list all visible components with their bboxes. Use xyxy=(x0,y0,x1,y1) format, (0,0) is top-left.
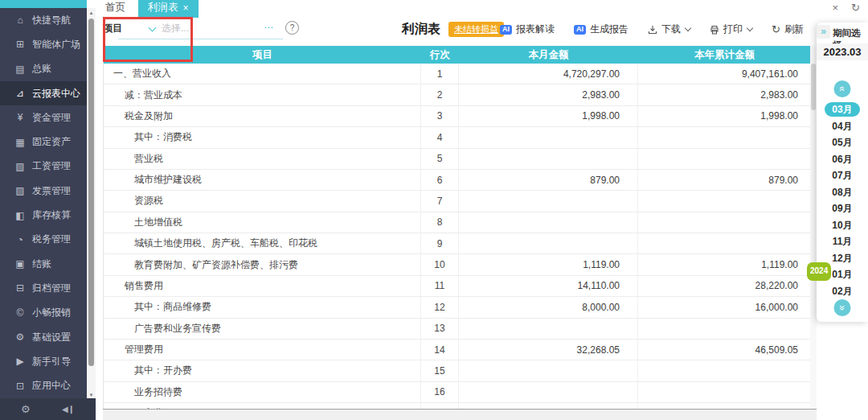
month-item-08月[interactable]: 08月 xyxy=(817,184,868,201)
cell-month-amount: 879.00 xyxy=(459,170,638,190)
cell-month-amount: 4,720,297.00 xyxy=(459,64,638,84)
month-item-01月[interactable]: 01月2024 xyxy=(817,266,868,283)
ledger-icon: ▤ xyxy=(14,64,27,75)
cell-month-amount: 1,119.00 xyxy=(459,254,638,274)
table-vertical-scrollbar[interactable] xyxy=(810,46,817,409)
print-action[interactable]: 打印 xyxy=(710,23,752,36)
status-badge[interactable]: 未结转损益 xyxy=(448,22,504,37)
guide-icon: ▶ xyxy=(14,356,27,367)
month-item-03月[interactable]: 03月 xyxy=(817,101,868,118)
sidebar-item-云报表中心[interactable]: ⊿云报表中心 xyxy=(0,81,87,105)
sidebar-item-库存核算[interactable]: ◧库存核算 xyxy=(0,203,87,227)
cell-line-no: 16 xyxy=(421,382,459,402)
sidebar-item-label: 总账 xyxy=(32,62,51,76)
cell-item-name: 研究费用 xyxy=(104,403,421,409)
tab-income-statement[interactable]: 利润表 × xyxy=(138,0,199,18)
reload-icon[interactable]: ↻ xyxy=(851,2,860,14)
collapse-panel-icon[interactable]: » xyxy=(817,25,830,39)
cell-year-amount xyxy=(638,360,811,381)
help-icon[interactable]: ? xyxy=(285,21,299,35)
sidebar-item-结账[interactable]: ▣结账 xyxy=(0,252,87,276)
sidebar-item-快捷导航[interactable]: ⌂快捷导航 xyxy=(0,8,87,32)
toolbar-actions: AI报表解读AI生成报告下载打印↻刷新 xyxy=(500,23,804,36)
table-row: 其中：商品维修费128,000.0016,000.00 xyxy=(104,297,811,318)
sidebar-item-总账[interactable]: ▤总账 xyxy=(0,57,87,81)
sidebar-item-基础设置[interactable]: ⚙基础设置 xyxy=(0,325,87,349)
month-item-11月[interactable]: 11月 xyxy=(817,233,868,250)
tab-home[interactable]: 首页 xyxy=(96,0,135,18)
double-chevron-up-icon: » xyxy=(834,86,851,92)
filter-select-placeholder[interactable]: 选择... xyxy=(162,23,189,34)
action-label: 下载 xyxy=(661,23,681,36)
refresh-action[interactable]: ↻刷新 xyxy=(772,23,804,36)
sidebar-item-税务管理[interactable]: ◔税务管理 xyxy=(0,228,87,252)
sidebar-item-小畅报销[interactable]: ©小畅报销 xyxy=(0,301,87,325)
cell-year-amount xyxy=(638,212,811,233)
sidebar-item-智能体广场[interactable]: ⊞智能体广场 xyxy=(0,32,87,56)
sidebar-item-工资管理[interactable]: ▧工资管理 xyxy=(0,154,87,179)
scrollbar-thumb[interactable] xyxy=(811,64,816,110)
cell-line-no: 6 xyxy=(421,170,459,190)
table-row: 营业税5 xyxy=(104,149,811,170)
sidebar-item-归档管理[interactable]: ⊟归档管理 xyxy=(0,276,87,300)
download-action[interactable]: 下载 xyxy=(648,23,690,36)
filter-underline xyxy=(118,39,283,39)
sidebar-scrollbar[interactable]: ▲ ▼ xyxy=(87,8,96,400)
cell-line-no: 12 xyxy=(421,297,459,317)
table-row: 业务招待费16 xyxy=(104,382,811,403)
sidebar-item-固定资产[interactable]: ▦固定资产 xyxy=(0,130,87,154)
chevron-down-icon xyxy=(747,25,753,31)
period-select-panel: » 期间选择 2023.03 » 03月04月05月06月07月08月09月10… xyxy=(817,23,868,322)
month-item-09月[interactable]: 09月 xyxy=(817,200,868,217)
selected-month-pill: 03月 xyxy=(825,102,859,117)
generate-report-action[interactable]: AI生成报告 xyxy=(574,23,628,36)
cell-year-amount: 879.00 xyxy=(638,170,811,190)
cell-year-amount xyxy=(638,382,811,402)
sidebar-item-应用中心[interactable]: ⊡应用中心 xyxy=(0,373,87,397)
settings-icon[interactable]: ⚙ xyxy=(21,403,31,415)
scroll-months-down-button[interactable]: » xyxy=(834,299,851,316)
table-body: 一、营业收入14,720,297.009,407,161.00减：营业成本22,… xyxy=(104,64,811,409)
cell-line-no: 7 xyxy=(421,191,459,211)
close-icon[interactable]: × xyxy=(183,2,189,14)
sidebar-item-新手引导[interactable]: ▶新手引导 xyxy=(0,349,87,373)
table-row: 一、营业收入14,720,297.009,407,161.00 xyxy=(104,64,811,84)
sidebar-item-label: 应用中心 xyxy=(32,379,71,393)
scrollbar-thumb[interactable] xyxy=(88,19,94,366)
cell-month-amount xyxy=(459,403,638,409)
cell-item-name: 教育费附加、矿产资源补偿费、排污费 xyxy=(104,254,421,274)
cell-year-amount: 9,407,161.00 xyxy=(638,64,811,84)
month-item-02月[interactable]: 02月 xyxy=(817,283,868,300)
cell-item-name: 减：营业成本 xyxy=(104,84,421,105)
sidebar-item-label: 工资管理 xyxy=(32,159,71,173)
col-header-month-amount: 本月金额 xyxy=(459,46,638,64)
cell-item-name: 营业税 xyxy=(104,149,421,169)
project-filter[interactable]: 项目选择... ⋯ xyxy=(103,22,289,41)
sidebar-item-label: 固定资产 xyxy=(32,135,71,149)
double-chevron-down-icon: » xyxy=(834,305,851,311)
collapse-sidebar-icon[interactable]: ◀❙ xyxy=(62,405,75,414)
month-item-06月[interactable]: 06月 xyxy=(817,151,868,168)
window-controls: × ↻ xyxy=(833,2,861,14)
table-horizontal-scrollbar[interactable] xyxy=(103,409,817,420)
scroll-months-up-button[interactable]: » xyxy=(834,80,851,97)
scroll-up-icon[interactable]: ▲ xyxy=(87,8,96,18)
table-row: 广告费和业务宣传费13 xyxy=(104,319,811,340)
chevron-down-icon xyxy=(685,25,691,31)
month-item-05月[interactable]: 05月 xyxy=(817,134,868,151)
action-label: 生成报告 xyxy=(590,23,628,36)
income-statement-table: 项目 行次 本月金额 本年累计金额 一、营业收入14,720,297.009,4… xyxy=(103,46,811,409)
sidebar-item-资金管理[interactable]: ¥资金管理 xyxy=(0,105,87,130)
month-item-07月[interactable]: 07月 xyxy=(817,167,868,184)
action-label: 刷新 xyxy=(784,23,804,36)
more-options-icon[interactable]: ⋯ xyxy=(264,22,274,33)
report-interpret-action[interactable]: AI报表解读 xyxy=(500,23,555,36)
table-row: 土地增值税8 xyxy=(104,212,811,233)
close-icon[interactable]: × xyxy=(833,2,839,14)
month-item-04月[interactable]: 04月 xyxy=(817,118,868,135)
sidebar-bottom-bar: ⚙ ◀❙ xyxy=(0,398,96,420)
month-item-10月[interactable]: 10月 xyxy=(817,217,868,234)
table-row: 管理费用1432,268.0546,509.05 xyxy=(104,340,811,360)
cell-month-amount xyxy=(459,127,638,147)
sidebar-item-发票管理[interactable]: ▨发票管理 xyxy=(0,179,87,203)
